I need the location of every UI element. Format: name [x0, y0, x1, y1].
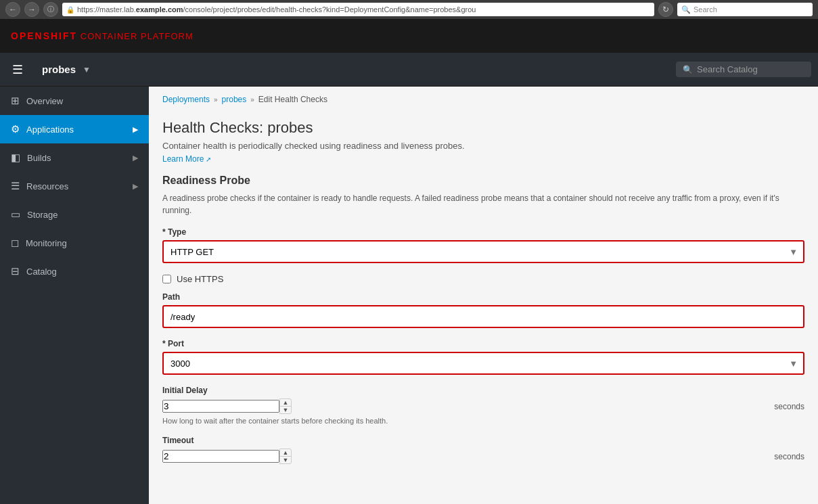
storage-icon: ▭ [11, 208, 20, 221]
initial-delay-decrement[interactable]: ▼ [280, 407, 291, 413]
forward-button[interactable]: → [24, 2, 39, 17]
use-https-label[interactable]: Use HTTPS [162, 274, 804, 284]
path-input[interactable] [162, 305, 804, 328]
timeout-label: Timeout [162, 436, 804, 445]
initial-delay-spinners: ▲ ▼ [279, 398, 292, 414]
learn-more-label: Learn More [162, 154, 204, 164]
monitoring-icon: ◻ [11, 237, 19, 249]
resources-chevron: ▶ [133, 182, 138, 191]
port-label-text: * Port [162, 339, 184, 348]
overview-icon: ⊞ [11, 95, 20, 107]
initial-delay-form-group: Initial Delay ▲ ▼ seconds How long to wa… [162, 386, 804, 425]
openshift-logo: OPENSHIFT CONTAINER PLATFORM [11, 30, 194, 41]
sidebar-item-resources[interactable]: ☰ Resources ▶ [0, 172, 149, 200]
breadcrumb-separator-2: » [250, 96, 254, 104]
initial-delay-increment[interactable]: ▲ [280, 399, 291, 407]
search-icon: 🔍 [681, 5, 691, 14]
timeout-input-row: ▲ ▼ seconds [162, 449, 804, 464]
path-label: Path [162, 292, 804, 302]
catalog-icon: ⊟ [11, 265, 20, 277]
breadcrumb: Deployments » probes » Edit Health Check… [149, 87, 818, 112]
project-name: probes [37, 64, 81, 75]
search-catalog-wrapper: 🔍 [676, 62, 811, 77]
sidebar-label-resources: Resources [26, 181, 126, 191]
initial-delay-helper: How long to wait after the container sta… [162, 417, 804, 425]
sidebar-item-catalog[interactable]: ⊟ Catalog [0, 257, 149, 285]
info-button[interactable]: ⓘ [43, 2, 58, 17]
search-catalog-input[interactable] [697, 64, 804, 74]
timeout-input-group: ▲ ▼ [162, 449, 769, 464]
url-text: https://master.lab. [77, 5, 136, 14]
path-form-group: Path [162, 292, 804, 328]
breadcrumb-deployments[interactable]: Deployments [162, 95, 210, 104]
learn-more-link[interactable]: Learn More ➚ [162, 154, 211, 164]
browser-chrome: ← → ⓘ 🔒 https://master.lab.example.com/c… [0, 0, 818, 19]
catalog-search-icon: 🔍 [683, 65, 693, 74]
initial-delay-seconds-label: seconds [774, 402, 804, 411]
second-navbar: ☰ probes ▼ 🔍 [0, 53, 818, 87]
sidebar-item-overview[interactable]: ⊞ Overview [0, 87, 149, 115]
sidebar-item-builds[interactable]: ◧ Builds ▶ [0, 143, 149, 172]
port-select[interactable]: 3000 [162, 352, 804, 375]
page-description: Container health is periodically checked… [162, 141, 804, 151]
builds-icon: ◧ [11, 152, 20, 164]
url-path: /console/project/probes/edit/health-chec… [183, 5, 476, 14]
builds-chevron: ▶ [133, 154, 138, 162]
project-dropdown-chevron[interactable]: ▼ [83, 65, 91, 74]
external-link-icon: ➚ [206, 156, 211, 163]
sidebar-label-overview: Overview [26, 96, 138, 106]
sidebar-label-monitoring: Monitoring [26, 238, 138, 248]
hamburger-menu[interactable]: ☰ [7, 62, 28, 77]
url-bold: example.com [136, 5, 183, 14]
sidebar-label-builds: Builds [27, 153, 126, 163]
timeout-form-group: Timeout ▲ ▼ seconds [162, 436, 804, 464]
timeout-seconds-label: seconds [774, 452, 804, 461]
breadcrumb-current: Edit Health Checks [258, 95, 327, 104]
sidebar-item-storage[interactable]: ▭ Storage [0, 200, 149, 229]
type-select[interactable]: HTTP GET TCP Socket Container Command [162, 240, 804, 263]
type-label: * Type [162, 227, 804, 237]
port-label: * Port [162, 339, 804, 348]
url-bar[interactable]: 🔒 https://master.lab.example.com/console… [62, 3, 654, 16]
browser-search[interactable]: 🔍 Search [677, 3, 813, 16]
logo-suffix: CONTAINER PLATFORM [81, 31, 194, 41]
lock-icon: 🔒 [66, 6, 74, 14]
use-https-text: Use HTTPS [177, 274, 223, 284]
type-select-wrapper: HTTP GET TCP Socket Container Command ▼ [162, 240, 804, 263]
breadcrumb-separator-1: » [214, 96, 218, 104]
sidebar-item-applications[interactable]: ⚙ Applications ▶ [0, 115, 149, 143]
reload-button[interactable]: ↻ [658, 2, 673, 17]
initial-delay-input-group: ▲ ▼ [162, 398, 769, 414]
type-label-text: * Type [162, 227, 186, 237]
sidebar-label-storage: Storage [27, 210, 138, 220]
applications-icon: ⚙ [11, 123, 20, 135]
breadcrumb-probes[interactable]: probes [222, 95, 247, 104]
page-title: Health Checks: probes [162, 119, 804, 137]
initial-delay-label: Initial Delay [162, 386, 804, 395]
content-area: Deployments » probes » Edit Health Check… [149, 87, 818, 504]
port-form-group: * Port 3000 ▼ [162, 339, 804, 375]
timeout-increment[interactable]: ▲ [280, 449, 291, 457]
initial-delay-input-row: ▲ ▼ seconds [162, 398, 804, 414]
top-navbar: OPENSHIFT CONTAINER PLATFORM [0, 19, 818, 53]
readiness-probe-section: Readiness Probe A readiness probe checks… [162, 175, 804, 464]
form-area: Health Checks: probes Container health i… [149, 112, 818, 488]
sidebar-label-applications: Applications [26, 124, 126, 135]
sidebar-label-catalog: Catalog [26, 267, 138, 277]
back-button[interactable]: ← [5, 2, 20, 17]
port-select-wrapper: 3000 ▼ [162, 352, 804, 375]
readiness-probe-title: Readiness Probe [162, 175, 804, 187]
readiness-probe-description: A readiness probe checks if the containe… [162, 192, 804, 216]
sidebar-item-monitoring[interactable]: ◻ Monitoring [0, 229, 149, 257]
sidebar: ⊞ Overview ⚙ Applications ▶ ◧ Builds ▶ ☰… [0, 87, 149, 504]
resources-icon: ☰ [11, 180, 20, 192]
timeout-spinners: ▲ ▼ [279, 449, 292, 464]
search-placeholder: Search [694, 5, 717, 14]
main-layout: ⊞ Overview ⚙ Applications ▶ ◧ Builds ▶ ☰… [0, 87, 818, 504]
initial-delay-input[interactable] [162, 400, 279, 413]
type-form-group: * Type HTTP GET TCP Socket Container Com… [162, 227, 804, 263]
use-https-checkbox[interactable] [162, 275, 171, 283]
applications-chevron: ▶ [133, 125, 138, 134]
timeout-input[interactable] [162, 450, 279, 463]
timeout-decrement[interactable]: ▼ [280, 457, 291, 463]
